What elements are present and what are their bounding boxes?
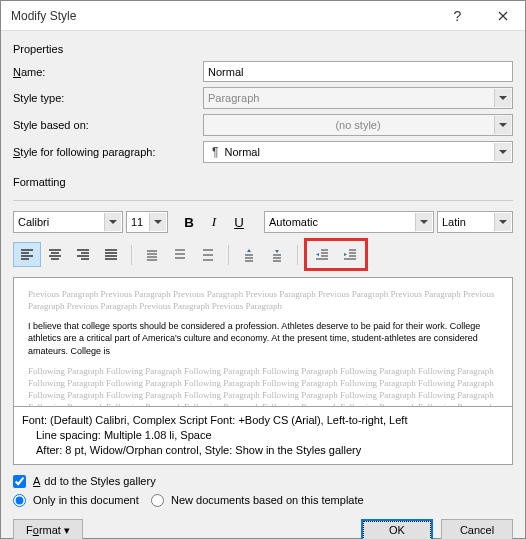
increase-before-button[interactable] [235, 242, 263, 267]
indent-group [308, 242, 364, 267]
dialog-title: Modify Style [11, 9, 435, 23]
only-in-document-radio[interactable]: Only in this document [13, 494, 139, 507]
preview-following-text: Following Paragraph Following Paragraph … [28, 365, 498, 407]
pilcrow-icon: ¶ [212, 145, 218, 159]
chevron-down-icon [415, 213, 432, 231]
align-center-icon [48, 248, 62, 262]
chevron-down-icon [494, 143, 511, 161]
align-right-icon [76, 248, 90, 262]
increase-indent-button[interactable] [336, 242, 364, 267]
decrease-indent-button[interactable] [308, 242, 336, 267]
preview-previous-text: Previous Paragraph Previous Paragraph Pr… [28, 288, 498, 312]
increase-indent-icon [343, 248, 357, 262]
space-before-dec-icon [270, 248, 284, 262]
align-justify-button[interactable] [97, 242, 125, 267]
formatting-heading: Formatting [13, 176, 513, 188]
chevron-down-icon [494, 116, 511, 134]
preview-pane: Previous Paragraph Previous Paragraph Pr… [13, 277, 513, 407]
spacing-1-5-icon [173, 248, 187, 262]
decrease-indent-icon [315, 248, 329, 262]
help-button[interactable]: ? [435, 1, 480, 31]
alignment-group [13, 242, 125, 267]
align-center-button[interactable] [41, 242, 69, 267]
properties-heading: Properties [13, 43, 513, 55]
style-description: Font: (Default) Calibri, Complex Script … [13, 407, 513, 465]
preview-sample-text: I believe that college sports should be … [28, 320, 498, 356]
style-following-label: Style for following paragraph: [13, 146, 203, 158]
font-size-select[interactable]: 11 [126, 211, 168, 233]
para-spacing-group [235, 242, 291, 267]
chevron-down-icon [149, 213, 166, 231]
style-type-select[interactable]: Paragraph [203, 87, 513, 109]
spacing-1-button[interactable] [138, 242, 166, 267]
align-justify-icon [104, 248, 118, 262]
style-type-label: Style type: [13, 92, 203, 104]
spacing-1-icon [145, 248, 159, 262]
underline-button[interactable]: U [228, 211, 250, 233]
ok-button[interactable]: OK [361, 519, 433, 539]
italic-button[interactable]: I [203, 211, 225, 233]
align-left-icon [20, 248, 34, 262]
align-right-button[interactable] [69, 242, 97, 267]
titlebar: Modify Style ? [1, 1, 525, 31]
divider [297, 245, 298, 265]
space-before-inc-icon [242, 248, 256, 262]
spacing-1-5-button[interactable] [166, 242, 194, 267]
divider [131, 245, 132, 265]
align-left-button[interactable] [13, 242, 41, 267]
divider [228, 245, 229, 265]
new-documents-radio[interactable]: New documents based on this template [151, 494, 364, 507]
style-following-select[interactable]: ¶Normal [203, 141, 513, 163]
close-icon [498, 11, 508, 21]
name-input[interactable] [203, 61, 513, 82]
spacing-2-icon [201, 248, 215, 262]
spacing-2-button[interactable] [194, 242, 222, 267]
style-based-on-select[interactable]: (no style) [203, 114, 513, 136]
modify-style-dialog: Modify Style ? Properties Name: Style ty… [0, 0, 526, 539]
style-based-on-label: Style based on: [13, 119, 203, 131]
chevron-down-icon [494, 213, 511, 231]
add-to-gallery-checkbox[interactable]: Add to the Styles gallery [13, 475, 156, 488]
chevron-down-icon [104, 213, 121, 231]
font-color-select[interactable]: Automatic [264, 211, 434, 233]
line-spacing-group [138, 242, 222, 267]
close-button[interactable] [480, 1, 525, 31]
decrease-before-button[interactable] [263, 242, 291, 267]
indent-highlight-box [304, 238, 368, 271]
bold-button[interactable]: B [178, 211, 200, 233]
name-label: Name: [13, 66, 203, 78]
script-select[interactable]: Latin [437, 211, 513, 233]
divider [13, 200, 513, 201]
font-family-select[interactable]: Calibri [13, 211, 123, 233]
chevron-down-icon [494, 89, 511, 107]
format-button[interactable]: Format ▾ [13, 519, 83, 539]
cancel-button[interactable]: Cancel [441, 519, 513, 539]
